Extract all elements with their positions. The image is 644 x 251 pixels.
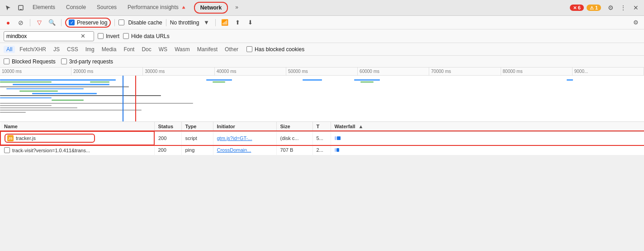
- preserve-log-label: Preserve log: [77, 19, 107, 26]
- upload-button[interactable]: ⬆: [232, 17, 243, 28]
- download-icon: ⬇: [248, 19, 253, 26]
- timeline-bar-21: [0, 110, 142, 111]
- timeline-bar-5: [6, 88, 84, 89]
- timeline-bar-15: [303, 79, 322, 81]
- wf-bar-1b: [337, 136, 341, 140]
- row-checkbox-2[interactable]: [4, 147, 10, 153]
- cell-initiator-1: gtm.js?id=GT-...: [213, 131, 276, 145]
- upload-icon: ⬆: [235, 19, 240, 26]
- search-icon: 🔍: [48, 19, 56, 26]
- third-party-label: 3rd-party requests: [69, 58, 113, 65]
- settings-button[interactable]: ⚙: [604, 1, 617, 14]
- type-filter-manifest[interactable]: Manifest: [194, 46, 220, 53]
- wf-bar-2b: [336, 148, 339, 152]
- disable-cache-checkbox[interactable]: [118, 19, 124, 25]
- search-input[interactable]: [6, 33, 79, 39]
- timeline-bar-3: [13, 84, 109, 85]
- table-row[interactable]: JS tracker.js 200 script gtm.js?id=GT-..…: [0, 131, 644, 145]
- record-icon: ●: [6, 19, 10, 26]
- error-icon: ✕: [573, 5, 577, 10]
- col-header-time[interactable]: T: [313, 122, 331, 131]
- col-header-type[interactable]: Type: [181, 122, 213, 131]
- tab-console[interactable]: Console: [61, 0, 91, 16]
- cell-waterfall-2: [331, 145, 644, 155]
- ellipsis-icon: ⋮: [620, 4, 626, 11]
- third-party-checkbox[interactable]: [61, 58, 67, 64]
- type-filter-all[interactable]: All: [4, 46, 15, 53]
- tab-performance-insights[interactable]: Performance insights 🔺: [122, 0, 192, 16]
- timeline-bar-17: [360, 82, 373, 82]
- cell-time-2: 2...: [313, 145, 331, 155]
- wifi-settings-button[interactable]: 📶: [219, 17, 230, 28]
- blocked-requests-checkbox[interactable]: [4, 58, 9, 64]
- timeline-bar-12: [90, 82, 109, 82]
- table-row[interactable]: track-visit?version=1.0.411&trans... 200…: [0, 145, 644, 155]
- type-filter-doc[interactable]: Doc: [139, 46, 154, 53]
- tab-more[interactable]: »: [230, 0, 244, 16]
- timeline-bar-1: [0, 79, 116, 81]
- filter-bar: ✕ Invert Hide data URLs: [0, 29, 644, 43]
- timeline-bar-6: [19, 91, 58, 92]
- type-filter-fetch-xhr[interactable]: Fetch/XHR: [17, 46, 49, 53]
- close-devtools-button[interactable]: ✕: [630, 1, 642, 14]
- cell-size-2: 707 B: [276, 145, 313, 155]
- checkbox-check-icon: ✓: [70, 20, 74, 25]
- timeline-bar-9: [0, 97, 52, 98]
- col-header-status[interactable]: Status: [154, 122, 181, 131]
- col-header-size[interactable]: Size: [276, 122, 313, 131]
- tick-10000: 10000 ms: [0, 68, 71, 75]
- preserve-log-container[interactable]: ✓ Preserve log: [65, 18, 111, 28]
- cell-time-1: 5...: [313, 131, 331, 145]
- type-filter-font[interactable]: Font: [121, 46, 137, 53]
- invert-checkbox[interactable]: [98, 33, 104, 39]
- tab-elements[interactable]: Elements: [27, 0, 61, 16]
- table-header: Name Status Type Initiator Size T: [0, 122, 644, 131]
- network-settings-button[interactable]: ⚙: [630, 17, 641, 28]
- timeline-bar-22: [0, 112, 26, 113]
- initiator-link-2[interactable]: CrossDomain...: [217, 147, 251, 153]
- type-filter-other[interactable]: Other: [222, 46, 241, 53]
- search-box[interactable]: ✕: [4, 31, 94, 41]
- col-header-initiator[interactable]: Initiator: [213, 122, 276, 131]
- col-header-waterfall[interactable]: Waterfall ▲: [331, 122, 644, 131]
- filter-icon: ▽: [37, 19, 42, 26]
- more-options-button[interactable]: ⋮: [617, 1, 630, 14]
- download-button[interactable]: ⬇: [245, 17, 256, 28]
- timeline-chart: 10000 ms 20000 ms 30000 ms 40000 ms 5000…: [0, 68, 644, 122]
- record-button[interactable]: ●: [3, 17, 14, 28]
- waterfall-bars-1: [335, 135, 641, 141]
- stop-button[interactable]: ⊘: [15, 17, 26, 28]
- type-filter-css[interactable]: CSS: [64, 46, 81, 53]
- cell-initiator-2: CrossDomain...: [213, 145, 276, 155]
- file-icon-1: JS: [7, 135, 14, 141]
- timeline-ruler: 10000 ms 20000 ms 30000 ms 40000 ms 5000…: [0, 68, 644, 76]
- row-filename-1: tracker.js: [16, 135, 36, 141]
- hide-data-urls-checkbox[interactable]: [123, 33, 129, 39]
- third-party-container: 3rd-party requests: [61, 58, 113, 65]
- timeline-bar-4: [0, 86, 129, 87]
- type-filter-media[interactable]: Media: [99, 46, 119, 53]
- close-icon: ✕: [633, 4, 639, 11]
- type-filter-ws[interactable]: WS: [156, 46, 170, 53]
- tab-sources[interactable]: Sources: [91, 0, 122, 16]
- throttling-dropdown-button[interactable]: ▼: [201, 17, 212, 28]
- timeline-bar-10: [52, 100, 84, 101]
- filter-button[interactable]: ▽: [34, 17, 45, 28]
- preserve-log-checkbox[interactable]: ✓: [69, 19, 75, 25]
- warning-badge[interactable]: ⚠ 1: [587, 5, 601, 11]
- type-filter-wasm[interactable]: Wasm: [172, 46, 193, 53]
- cursor-icon[interactable]: [2, 1, 14, 14]
- clear-search-button[interactable]: ✕: [80, 33, 85, 39]
- initiator-link-1[interactable]: gtm.js?id=GT-...: [217, 135, 252, 141]
- toolbar-separator-1: [30, 19, 30, 26]
- search-button[interactable]: 🔍: [47, 17, 57, 28]
- error-badge[interactable]: ✕ 6: [570, 5, 584, 11]
- timeline-vline-red: [135, 76, 136, 122]
- has-blocked-cookies-checkbox[interactable]: [246, 46, 252, 52]
- type-filter-img[interactable]: Img: [83, 46, 97, 53]
- device-icon[interactable]: [14, 1, 27, 14]
- cell-name-2: track-visit?version=1.0.411&trans...: [0, 145, 154, 155]
- col-header-name[interactable]: Name: [0, 122, 154, 131]
- type-filter-js[interactable]: JS: [51, 46, 62, 53]
- tab-network[interactable]: Network: [194, 2, 228, 14]
